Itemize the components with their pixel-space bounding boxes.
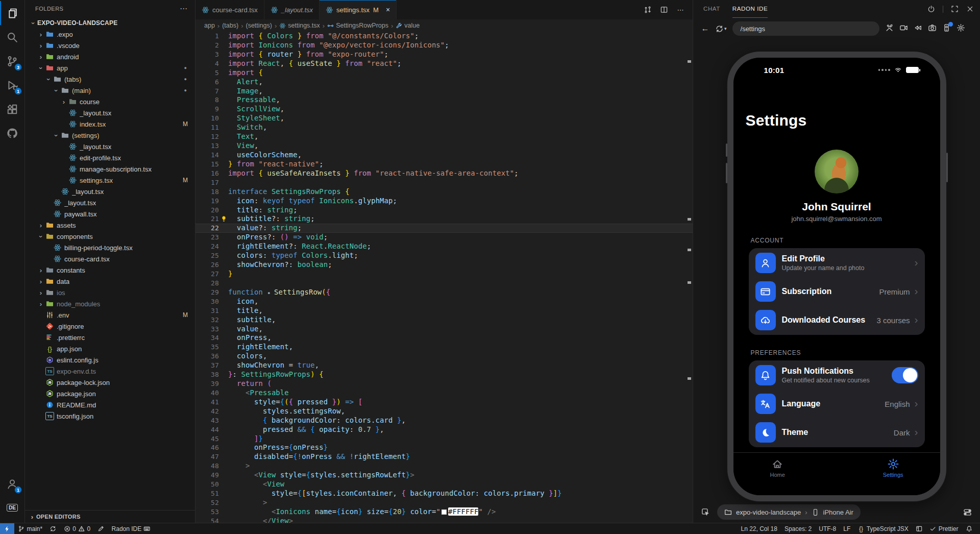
editor-tab--layout-tsx[interactable]: _layout.tsx (264, 0, 320, 19)
activity-item-explorer[interactable] (0, 1, 24, 25)
url-input[interactable]: /settings (732, 21, 879, 36)
status-formatter[interactable]: Prettier (926, 525, 962, 532)
tab-chat[interactable]: CHAT (703, 0, 720, 18)
status-cursor-position[interactable]: Ln 22, Col 18 (738, 525, 781, 532)
code-line-25[interactable]: 25 colors: typeof Colors.light; (195, 251, 693, 260)
activity-item-run-debug[interactable]: 1 (0, 73, 24, 97)
code-line-48[interactable]: 48 > (195, 462, 693, 471)
code-line-9[interactable]: 9 ScrollView, (195, 105, 693, 114)
close-icon[interactable]: × (386, 6, 390, 13)
code-line-51[interactable]: 51 style={[styles.iconContainer, { backg… (195, 489, 693, 498)
split-editor-icon[interactable] (660, 6, 668, 14)
code-line-21[interactable]: 21 subtitle?: string; (195, 214, 693, 224)
tree-item--prettierrc[interactable]: .prettierrc (25, 332, 195, 343)
code-line-46[interactable]: 46 onPress={onPress} (195, 443, 693, 452)
tree-item-course[interactable]: ›course (25, 96, 195, 107)
code-line-12[interactable]: 12 Text, (195, 132, 693, 141)
device-settings-icon[interactable] (963, 508, 972, 517)
tree-item--layout-tsx[interactable]: _layout.tsx (25, 141, 195, 152)
tree-item-manage-subscription-tsx[interactable]: manage-subscription.tsx (25, 163, 195, 175)
settings-row-edit-profile[interactable]: Edit ProfileUpdate your name and photo› (749, 249, 925, 277)
code-line-32[interactable]: 32 subtitle, (195, 315, 693, 325)
code-line-1[interactable]: 1import { Colors } from "@/constants/Col… (195, 32, 693, 41)
activity-item-extensions[interactable] (0, 97, 24, 121)
status-sync[interactable] (46, 523, 60, 534)
status-radon-ide[interactable]: Radon IDE (108, 523, 154, 534)
status-notifications[interactable] (962, 525, 976, 532)
tree-item-settings-tsx[interactable]: settings.tsxM (25, 175, 195, 186)
color-swatch[interactable] (442, 509, 447, 515)
tree-item-expo-env-d-ts[interactable]: TSexpo-env.d.ts (25, 366, 195, 377)
code-line-11[interactable]: 11 Switch, (195, 123, 693, 132)
code-line-4[interactable]: 4import React, { useState } from "react"… (195, 59, 693, 68)
code-line-43[interactable]: 43 { backgroundColor: colors.card }, (195, 416, 693, 425)
code-line-8[interactable]: 8 Pressable, (195, 95, 693, 105)
tree-item-data[interactable]: ›data (25, 276, 195, 287)
breadcrumb-item--tabs-[interactable]: (tabs) (222, 22, 238, 29)
activity-item-accounts[interactable]: 1 (0, 472, 24, 496)
open-editors-header[interactable]: › OPEN EDITORS (25, 510, 195, 523)
code-line-54[interactable]: 54 </View> (195, 517, 693, 523)
phone-screen[interactable]: 10:01 Settings John Squirrel john.squirr… (733, 58, 940, 495)
tree-item-edit-profile-tsx[interactable]: edit-profile.tsx (25, 152, 195, 163)
status-editor-layout[interactable] (912, 525, 926, 532)
settings-row-push-notifications[interactable]: Push NotificationsGet notified about new… (749, 361, 925, 390)
status-git-branch[interactable]: main* (14, 523, 46, 534)
back-icon[interactable]: ← (701, 25, 709, 33)
activity-item-search[interactable] (0, 25, 24, 49)
code-line-30[interactable]: 30 icon, (195, 297, 693, 306)
code-line-13[interactable]: 13 View, (195, 141, 693, 151)
tree-item--layout-tsx[interactable]: _layout.tsx (25, 197, 195, 208)
tree-item-android[interactable]: ›android (25, 51, 195, 62)
code-line-37[interactable]: 37 showChevron = true, (195, 361, 693, 370)
tree-item--main-[interactable]: ›(main)● (25, 85, 195, 96)
tree-item--gitignore[interactable]: .gitignore (25, 321, 195, 332)
status-problems[interactable]: 00 (60, 523, 94, 534)
tree-item--env[interactable]: .envM (25, 309, 195, 321)
code-line-10[interactable]: 10 StyleSheet, (195, 114, 693, 123)
tree-item--settings-[interactable]: ›(settings) (25, 130, 195, 141)
tree-item-node-modules[interactable]: ›node_modules (25, 298, 195, 309)
code-line-34[interactable]: 34 onPress, (195, 333, 693, 343)
tree-item-ios[interactable]: ›ios (25, 287, 195, 298)
code-line-22[interactable]: 22 value?: string; (195, 224, 693, 233)
record-video[interactable] (899, 23, 908, 34)
chevron-down-icon[interactable]: ▾ (724, 26, 727, 31)
tree-item--expo[interactable]: ›.expo (25, 29, 195, 40)
code-line-17[interactable]: 17 (195, 178, 693, 187)
settings-row-language[interactable]: LanguageEnglish› (749, 390, 925, 418)
code-line-19[interactable]: 19 icon: keyof typeof Ionicons.glyphMap; (195, 197, 693, 206)
code-line-47[interactable]: 47 disabled={!onPress && !rightElement} (195, 452, 693, 462)
tree-item-expo-video-landscape[interactable]: ›EXPO-VIDEO-LANDSCAPE (25, 17, 195, 29)
tree-item--layout-tsx[interactable]: _layout.tsx (25, 186, 195, 197)
tree-item-readme-md[interactable]: README.md (25, 399, 195, 410)
more-actions-icon[interactable]: ⋯ (676, 6, 684, 14)
code-line-2[interactable]: 2import Ionicons from "@expo/vector-icon… (195, 41, 693, 50)
code-line-5[interactable]: 5import { (195, 68, 693, 78)
settings-gear[interactable] (957, 23, 965, 34)
code-line-28[interactable]: 28 (195, 279, 693, 288)
code-line-40[interactable]: 40 <Pressable (195, 389, 693, 398)
power-icon[interactable] (927, 5, 935, 13)
tree-item-index-tsx[interactable]: index.tsxM (25, 118, 195, 130)
settings-row-subscription[interactable]: SubscriptionPremium› (749, 277, 925, 306)
toggle-on[interactable] (892, 367, 918, 383)
phone-tab-settings[interactable]: Settings (883, 458, 903, 495)
code-line-38[interactable]: 38}: SettingsRowProps) { (195, 370, 693, 379)
tree-item-package-lock-json[interactable]: JSpackage-lock.json (25, 377, 195, 388)
tree-item-app[interactable]: ›app● (25, 62, 195, 74)
tree-item-course-card-tsx[interactable]: course-card.tsx (25, 253, 195, 264)
breadcrumb-item--settings-[interactable]: (settings) (246, 22, 272, 29)
code-line-35[interactable]: 35 rightElement, (195, 343, 693, 352)
open-changes-icon[interactable] (644, 6, 652, 14)
code-line-18[interactable]: 18interface SettingsRowProps { (195, 187, 693, 197)
status-indentation[interactable]: Spaces: 2 (781, 525, 815, 532)
tree-item-assets[interactable]: ›assets (25, 220, 195, 231)
settings-row-downloaded-courses[interactable]: Downloaded Courses3 courses› (749, 306, 925, 334)
reload-control[interactable]: ▾ (715, 25, 727, 33)
expand-icon[interactable] (951, 5, 959, 13)
tree-item--tabs-[interactable]: ›(tabs)● (25, 74, 195, 85)
tree-item-app-json[interactable]: {}app.json (25, 343, 195, 354)
code-line-29[interactable]: 29function ✦ SettingsRow({ (195, 288, 693, 297)
tree-item-eslint-config-js[interactable]: eslint.config.js (25, 354, 195, 366)
